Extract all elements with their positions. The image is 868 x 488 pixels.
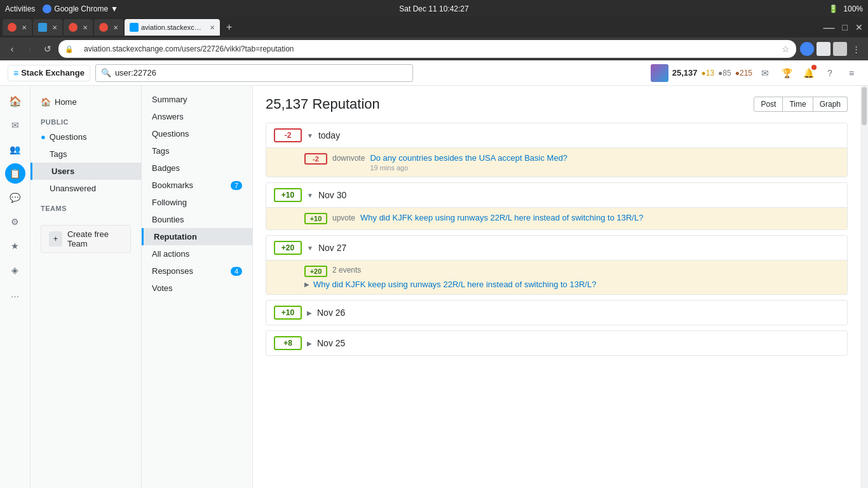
se-logo[interactable]: ≡ Stack Exchange	[8, 65, 90, 81]
profile-nav-summary-label: Summary	[152, 95, 187, 104]
battery-percent: 100%	[843, 4, 863, 13]
nav-teams-section: TEAMS	[31, 197, 141, 215]
tab-new[interactable]: +	[221, 19, 237, 36]
tab-time[interactable]: Time	[783, 97, 813, 112]
nav-home[interactable]: 🏠 Home	[31, 93, 141, 111]
nav-users-label: Users	[51, 166, 74, 176]
rep-date-header-nov27[interactable]: +20 ▼ Nov 27	[266, 236, 847, 260]
rep-date-header-nov30[interactable]: +10 ▼ Nov 30	[266, 183, 847, 207]
app-icon-users[interactable]: 👥	[5, 139, 25, 159]
tab-1[interactable]: ✕	[3, 19, 32, 36]
profile-nav-answers[interactable]: Answers	[142, 108, 252, 125]
browser-label: Google Chrome ▼	[43, 4, 118, 13]
inbox-btn[interactable]: ✉	[756, 64, 774, 82]
rep-date-header-nov25[interactable]: +8 ▶ Nov 25	[266, 331, 847, 355]
activities-label[interactable]: Activities	[5, 4, 35, 13]
profile-nav-reputation[interactable]: Reputation	[142, 228, 252, 245]
help-btn[interactable]: ?	[821, 64, 839, 82]
chevron-nov27: ▼	[307, 245, 313, 252]
address-bar[interactable]: 🔒 ☆	[58, 40, 796, 58]
achievements-btn[interactable]: 🏆	[778, 64, 796, 82]
back-button[interactable]: ‹	[5, 42, 19, 56]
reload-button[interactable]: ↺	[41, 42, 55, 56]
rep-date-header-nov26[interactable]: +10 ▶ Nov 26	[266, 301, 847, 325]
profile-nav-questions[interactable]: Questions	[142, 125, 252, 142]
tab-post[interactable]: Post	[754, 97, 783, 112]
nav-questions[interactable]: ● Questions	[31, 128, 141, 146]
app-icon-star[interactable]: ★	[5, 236, 25, 256]
app-icon-home[interactable]: 🏠	[5, 91, 25, 111]
tab-active[interactable]: aviation.stackexchange.com ✕	[125, 19, 220, 36]
app-icon-more[interactable]: …	[5, 284, 25, 304]
rep-event-link-nov30[interactable]: Why did KJFK keep using runways 22R/L he…	[360, 213, 643, 222]
profile-sidebar: Summary Answers Questions Tags Badges Bo…	[142, 86, 253, 488]
app-icon-mail[interactable]: ✉	[5, 115, 25, 135]
chevron-nov30: ▼	[307, 192, 313, 199]
silver-badge: ●85	[718, 69, 731, 78]
content-area: 25,137 Reputation Post Time Graph -2 ▼ t…	[253, 86, 860, 488]
scrollbar[interactable]	[860, 86, 868, 488]
app-icon-meta[interactable]: ◈	[5, 260, 25, 280]
app-icon-settings[interactable]: ⚙	[5, 212, 25, 232]
profile-nav-following[interactable]: Following	[142, 194, 252, 211]
profile-nav-bounties[interactable]: Bounties	[142, 211, 252, 228]
extension-icon-3[interactable]	[833, 42, 847, 56]
profile-nav-bookmarks[interactable]: Bookmarks 7	[142, 177, 252, 194]
nav-tags[interactable]: Tags	[31, 146, 141, 163]
os-bar-right: 🔋 100%	[829, 4, 863, 13]
extension-icon-1[interactable]	[800, 42, 814, 56]
extension-icon-2[interactable]	[817, 42, 831, 56]
se-topbar-right: 25,137 ●13 ●85 ●215 ✉ 🏆 🔔 ? ≡	[651, 64, 860, 82]
tab-graph[interactable]: Graph	[813, 97, 848, 112]
extensions-menu[interactable]: ⋮	[850, 44, 863, 54]
chevron-today: ▼	[307, 132, 313, 139]
tab-3[interactable]: ✕	[64, 19, 93, 36]
profile-nav-badges[interactable]: Badges	[142, 159, 252, 177]
rep-date-nov26: Nov 26	[317, 308, 345, 318]
user-avatar[interactable]	[651, 64, 668, 82]
site-wrapper: ≡ Stack Exchange 🔍 25,137 ●13 ●85 ●215 ✉…	[0, 60, 868, 488]
home-icon: 🏠	[41, 97, 51, 107]
create-team-btn[interactable]: + Create free Team	[41, 225, 131, 253]
rep-date-nov30: Nov 30	[318, 190, 346, 200]
battery-icon: 🔋	[829, 4, 838, 13]
tab-4[interactable]: ✕	[94, 19, 123, 36]
rep-group-nov26: +10 ▶ Nov 26	[266, 300, 848, 325]
maximize-btn[interactable]: □	[840, 22, 850, 32]
scrollbar-thumb[interactable]	[862, 87, 867, 125]
more-btn[interactable]: ≡	[843, 64, 860, 82]
profile-nav-responses[interactable]: Responses 4	[142, 262, 252, 280]
active-tab-close[interactable]: ✕	[210, 24, 215, 31]
rep-event-link-nov27[interactable]: Why did KJFK keep using runways 22R/L he…	[313, 280, 596, 289]
nav-users[interactable]: Users	[31, 163, 141, 180]
rep-event-time-1: 19 mins ago	[370, 164, 837, 172]
url-input[interactable]	[76, 41, 779, 57]
forward-button[interactable]: ›	[23, 42, 37, 56]
se-search-bar[interactable]: 🔍	[95, 64, 413, 82]
search-input[interactable]	[115, 68, 407, 78]
profile-nav-questions-label: Questions	[152, 129, 189, 139]
profile-nav-summary[interactable]: Summary	[142, 91, 252, 108]
notifications-btn[interactable]: 🔔	[799, 64, 817, 82]
app-icon-active[interactable]: 📋	[5, 163, 25, 184]
tab-2[interactable]: ✕	[33, 19, 62, 36]
minimize-btn[interactable]: —	[821, 21, 837, 34]
se-logo-text: Stack Exchange	[21, 68, 85, 78]
main-area: 🏠 ✉ 👥 📋 💬 ⚙ ★ ◈ … 🏠 Home PUBLIC ● Questi…	[0, 86, 868, 488]
rep-event-inner: -2 downvote Do any countries besides the…	[304, 153, 837, 172]
rep-event-expand-nov27[interactable]: ▶ Why did KJFK keep using runways 22R/L …	[304, 280, 837, 289]
rep-score-nov25: +8	[274, 336, 302, 350]
rep-event-link-1[interactable]: Do any countries besides the USA accept …	[370, 153, 567, 163]
nav-unanswered[interactable]: Unanswered	[31, 180, 141, 197]
profile-nav-all-actions[interactable]: All actions	[142, 245, 252, 262]
close-btn[interactable]: ✕	[853, 22, 865, 32]
tab-close-1[interactable]: ✕	[22, 24, 27, 31]
star-icon[interactable]: ☆	[782, 44, 790, 54]
profile-nav-tags[interactable]: Tags	[142, 142, 252, 159]
profile-nav-responses-label: Responses	[152, 266, 193, 276]
profile-nav-votes[interactable]: Votes	[142, 280, 252, 297]
rep-date-today: today	[318, 130, 340, 140]
rep-event-nov27-1: +20 2 events ▶ Why did KJFK keep using r…	[266, 260, 847, 294]
app-icon-chat[interactable]: 💬	[5, 187, 25, 208]
rep-date-header-today[interactable]: -2 ▼ today	[266, 123, 847, 147]
